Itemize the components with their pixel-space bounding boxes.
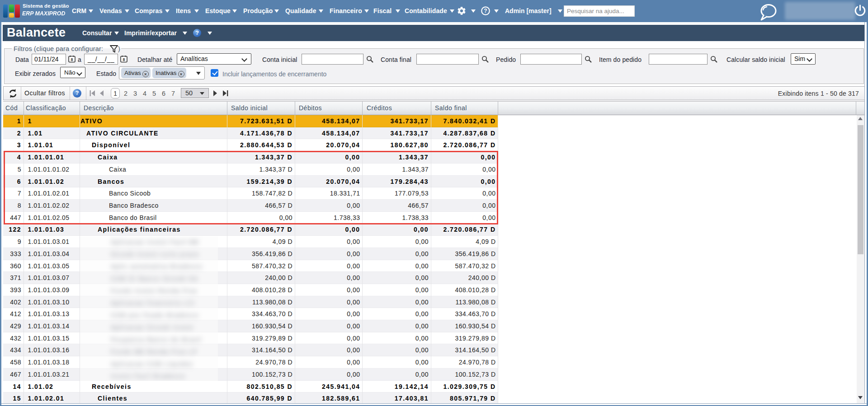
- svg-text:8: 8: [123, 57, 125, 62]
- svg-text:?: ?: [484, 8, 487, 14]
- svg-text:8: 8: [71, 57, 73, 62]
